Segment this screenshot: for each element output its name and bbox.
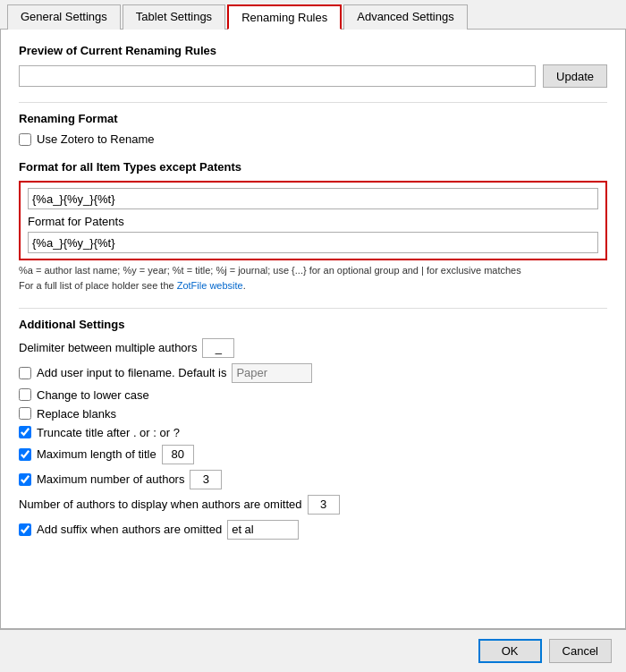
max-length-checkbox[interactable]: [19, 448, 31, 461]
delimiter-input[interactable]: [202, 338, 234, 358]
max-length-label: Maximum length of title: [37, 447, 156, 461]
max-authors-checkbox[interactable]: [19, 473, 31, 486]
preview-row: Update: [19, 64, 607, 88]
format-section: Format for all Item Types except Patents…: [19, 160, 607, 293]
format-patents-input[interactable]: [28, 232, 598, 253]
format-all-types-title: Format for all Item Types except Patents: [19, 160, 607, 174]
info-line2: For a full list of place holder see the …: [19, 279, 607, 293]
replace-blanks-checkbox[interactable]: [19, 407, 31, 420]
replace-blanks-row: Replace blanks: [19, 407, 607, 421]
suffix-checkbox[interactable]: [19, 523, 31, 536]
preview-section: Preview of Current Renaming Rules Update: [19, 44, 607, 88]
tab-advanced[interactable]: Advanced Settings: [343, 4, 467, 30]
suffix-input[interactable]: [227, 520, 299, 540]
omitted-row: Number of authors to display when author…: [19, 495, 607, 515]
suffix-row: Add suffix when authors are omitted: [19, 520, 607, 540]
delimiter-label: Delimiter between multiple authors: [19, 341, 197, 354]
delimiter-row: Delimiter between multiple authors: [19, 338, 607, 358]
renaming-format-title: Renaming Format: [19, 112, 607, 125]
replace-blanks-label: Replace blanks: [37, 407, 116, 421]
ok-button[interactable]: OK: [478, 639, 542, 663]
lower-case-checkbox[interactable]: [19, 388, 31, 401]
tab-bar: General Settings Tablet Settings Renamin…: [0, 0, 626, 30]
truncate-row: Truncate title after . or : or ?: [19, 426, 607, 439]
max-length-input[interactable]: [162, 445, 194, 464]
additional-section: Additional Settings Delimiter between mu…: [19, 318, 607, 540]
bottom-bar: OK Cancel: [0, 629, 626, 672]
divider-1: [19, 102, 607, 103]
window: General Settings Tablet Settings Renamin…: [0, 0, 626, 672]
suffix-label: Add suffix when authors are omitted: [37, 523, 222, 536]
zotfile-link[interactable]: ZotFile website: [177, 280, 243, 291]
format-patents-label: Format for Patents: [28, 215, 598, 228]
update-button[interactable]: Update: [543, 64, 607, 88]
tab-tablet[interactable]: Tablet Settings: [123, 4, 225, 30]
user-input-label: Add user input to filename. Default is: [37, 366, 226, 379]
user-input-row: Add user input to filename. Default is: [19, 363, 607, 383]
renaming-format-section: Renaming Format Use Zotero to Rename: [19, 112, 607, 146]
info-line2-text: For a full list of place holder see the: [19, 280, 177, 291]
lower-case-label: Change to lower case: [37, 388, 149, 402]
info-period: .: [243, 280, 246, 291]
use-zotero-checkbox[interactable]: [19, 133, 31, 146]
max-length-row: Maximum length of title: [19, 445, 607, 464]
user-input-checkbox[interactable]: [19, 367, 31, 379]
use-zotero-label: Use Zotero to Rename: [37, 132, 155, 146]
content-area: Preview of Current Renaming Rules Update…: [0, 30, 626, 629]
lower-case-row: Change to lower case: [19, 388, 607, 402]
additional-title: Additional Settings: [19, 318, 607, 331]
paper-input[interactable]: [232, 363, 312, 383]
max-authors-row: Maximum number of authors: [19, 470, 607, 489]
format-all-types-input[interactable]: [28, 188, 598, 209]
max-authors-label: Maximum number of authors: [37, 472, 184, 486]
preview-input[interactable]: [19, 65, 536, 87]
truncate-checkbox[interactable]: [19, 426, 31, 438]
tab-general[interactable]: General Settings: [7, 4, 121, 30]
omitted-input[interactable]: [308, 495, 340, 515]
preview-title: Preview of Current Renaming Rules: [19, 44, 607, 57]
omitted-label: Number of authors to display when author…: [19, 498, 302, 511]
truncate-label: Truncate title after . or : or ?: [37, 426, 180, 439]
tab-renaming[interactable]: Renaming Rules: [227, 4, 342, 30]
use-zotero-row: Use Zotero to Rename: [19, 132, 607, 146]
info-line1: %a = author last name; %y = year; %t = t…: [19, 264, 607, 277]
cancel-button[interactable]: Cancel: [549, 639, 612, 663]
format-red-group: Format for Patents: [19, 181, 607, 260]
max-authors-input[interactable]: [190, 470, 222, 489]
divider-2: [19, 308, 607, 309]
